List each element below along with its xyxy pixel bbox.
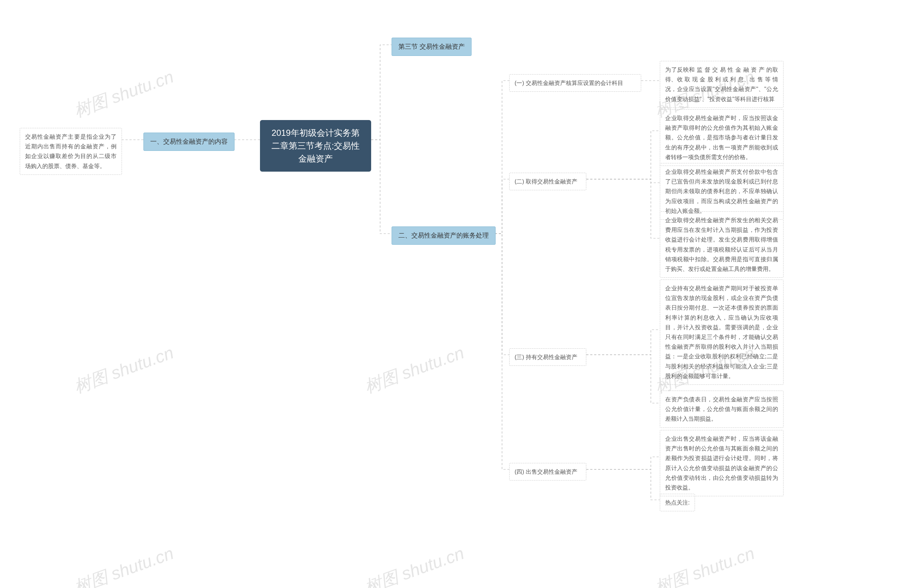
leaf-2-3-text: 企业取得交易性金融资产所发生的相关交易费用应当在发生时计入当期损益，作为投资收益… <box>665 217 778 272</box>
leaf-2-2-text: 企业取得交易性金融资产所支付价款中包含了已宣告但尚未发放的现金股利或已到付息期但… <box>665 169 778 214</box>
sub-node-3-label: (三) 持有交易性金融资产 <box>515 354 577 360</box>
sub-node-3[interactable]: (三) 持有交易性金融资产 <box>509 348 586 366</box>
watermark: 树图 shutu.cn <box>652 542 758 588</box>
leaf-3-2-text: 在资产负债表日，交易性金融资产应当按照公允价值计量，公允价值与账面余额之间的差额… <box>665 396 778 422</box>
leaf-4-2[interactable]: 热点关注: <box>660 494 695 511</box>
leaf-3-2[interactable]: 在资产负债表日，交易性金融资产应当按照公允价值计量，公允价值与账面余额之间的差额… <box>660 391 784 428</box>
leaf-1-1-text: 为了反映和 监 督 交 易 性 金 融 资 产 的取得、收 取 现 金 股 利 … <box>665 67 778 102</box>
root-node[interactable]: 2019年初级会计实务第二章第三节考点:交易性金融资产 <box>260 120 371 172</box>
leaf-left-1[interactable]: 交易性金融资产主要是指企业为了近期内出售而持有的金融资产，例如企业以赚取差价为目… <box>20 128 122 175</box>
sub-node-4-label: (四) 出售交易性金融资产 <box>515 468 577 475</box>
leaf-2-1-text: 企业取得交易性金融资产时，应当按照该金融资产取得时的公允价值作为其初始入账金额。… <box>665 115 778 160</box>
leaf-2-1[interactable]: 企业取得交易性金融资产时，应当按照该金融资产取得时的公允价值作为其初始入账金额。… <box>660 109 784 166</box>
leaf-1-1[interactable]: 为了反映和 监 督 交 易 性 金 融 资 产 的取得、收 取 现 金 股 利 … <box>660 61 784 108</box>
leaf-3-1-text: 企业持有交易性金融资产期间对于被投资单位宣告发放的现金股利，或企业在资产负债表日… <box>665 285 778 379</box>
branch-left-1[interactable]: 一、交易性金融资产的内容 <box>143 132 235 151</box>
branch-left-1-label: 一、交易性金融资产的内容 <box>150 138 228 145</box>
leaf-4-2-text: 热点关注: <box>665 499 690 506</box>
branch-right-1[interactable]: 第三节 交易性金融资产 <box>392 38 471 56</box>
leaf-3-1[interactable]: 企业持有交易性金融资产期间对于被投资单位宣告发放的现金股利，或企业在资产负债表日… <box>660 279 784 385</box>
sub-node-2-label: (二) 取得交易性金融资产 <box>515 178 577 184</box>
branch-right-1-label: 第三节 交易性金融资产 <box>398 43 465 50</box>
leaf-4-1[interactable]: 企业出售交易性金融资产时，应当将该金融资产出售时的公允价值与其账面余额之间的差额… <box>660 430 784 496</box>
leaf-left-1-text: 交易性金融资产主要是指企业为了近期内出售而持有的金融资产，例如企业以赚取差价为目… <box>25 134 117 169</box>
root-title: 2019年初级会计实务第二章第三节考点:交易性金融资产 <box>272 128 360 163</box>
branch-right-2[interactable]: 二、交易性金融资产的账务处理 <box>392 226 495 245</box>
watermark: 树图 shutu.cn <box>361 542 467 588</box>
branch-right-2-label: 二、交易性金融资产的账务处理 <box>398 232 489 239</box>
sub-node-1[interactable]: (一) 交易性金融资产核算应设置的会计科目 <box>509 74 641 92</box>
watermark: 树图 shutu.cn <box>361 341 467 399</box>
sub-node-2[interactable]: (二) 取得交易性金融资产 <box>509 173 586 190</box>
watermark: 树图 shutu.cn <box>71 542 177 588</box>
leaf-4-1-text: 企业出售交易性金融资产时，应当将该金融资产出售时的公允价值与其账面余额之间的差额… <box>665 436 778 491</box>
sub-node-4[interactable]: (四) 出售交易性金融资产 <box>509 463 586 480</box>
sub-node-1-label: (一) 交易性金融资产核算应设置的会计科目 <box>515 80 623 86</box>
watermark: 树图 shutu.cn <box>71 65 177 123</box>
watermark: 树图 shutu.cn <box>71 341 177 399</box>
leaf-2-3[interactable]: 企业取得交易性金融资产所发生的相关交易费用应当在发生时计入当期损益，作为投资收益… <box>660 212 784 278</box>
